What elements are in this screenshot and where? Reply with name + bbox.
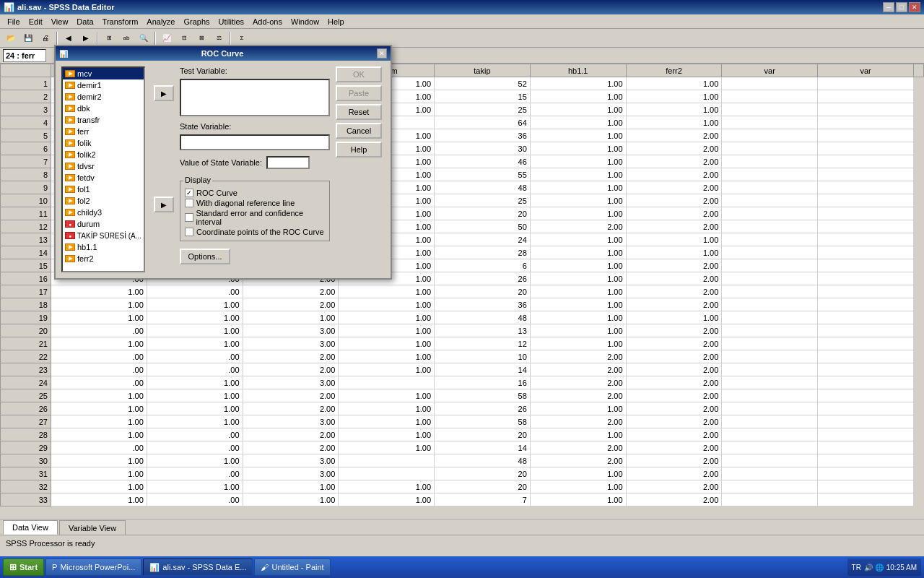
table-cell[interactable]: .00: [51, 350, 147, 363]
start-button[interactable]: ⊞ Start: [3, 558, 44, 576]
col-header-var1[interactable]: var: [722, 64, 818, 77]
table-cell[interactable]: [818, 493, 914, 506]
tb-pivot[interactable]: ⊟: [176, 31, 192, 46]
table-cell[interactable]: 2.00: [626, 337, 722, 350]
arrow-up-btn[interactable]: ▶: [154, 85, 174, 101]
table-cell[interactable]: 1.00: [530, 142, 626, 155]
taskbar-item-spss[interactable]: 📊 ali.sav - SPSS Data E...: [143, 558, 253, 576]
table-cell[interactable]: 2.00: [626, 142, 722, 155]
table-cell[interactable]: 28: [435, 246, 531, 259]
cb-stderr[interactable]: [185, 213, 193, 222]
table-cell[interactable]: [722, 246, 818, 259]
table-cell[interactable]: 1.00: [339, 493, 435, 506]
table-cell[interactable]: 2.00: [530, 350, 626, 363]
table-cell[interactable]: 2.00: [243, 441, 339, 454]
table-cell[interactable]: [818, 272, 914, 285]
tb-spss[interactable]: Σ: [234, 31, 250, 46]
table-cell[interactable]: [722, 116, 818, 129]
table-cell[interactable]: 1.00: [339, 389, 435, 402]
table-cell[interactable]: 1.00: [51, 298, 147, 311]
tb-back[interactable]: ◀: [61, 31, 77, 46]
var-item-ferr[interactable]: ▶ ferr: [63, 126, 144, 137]
table-cell[interactable]: [722, 402, 818, 415]
table-cell[interactable]: 52: [435, 77, 531, 90]
table-cell[interactable]: 2.00: [243, 350, 339, 363]
table-cell[interactable]: 1.00: [147, 454, 243, 467]
cancel-button[interactable]: Cancel: [336, 123, 382, 139]
menu-graphs[interactable]: Graphs: [179, 16, 214, 27]
table-cell[interactable]: 1.00: [339, 285, 435, 298]
tb-weight[interactable]: ⚖: [211, 31, 227, 46]
table-cell[interactable]: 46: [435, 155, 531, 168]
table-cell[interactable]: 1.00: [147, 415, 243, 428]
table-cell[interactable]: 1.00: [530, 103, 626, 116]
table-cell[interactable]: 26: [435, 402, 531, 415]
table-cell[interactable]: [722, 454, 818, 467]
menu-utilities[interactable]: Utilities: [214, 16, 248, 27]
table-cell[interactable]: [339, 467, 435, 480]
table-row[interactable]: 211.001.003.001.00121.002.00: [1, 337, 924, 350]
table-cell[interactable]: 1.00: [243, 311, 339, 324]
table-cell[interactable]: 1.00: [530, 298, 626, 311]
table-cell[interactable]: 2.00: [626, 324, 722, 337]
reset-button[interactable]: Reset: [336, 104, 382, 120]
table-cell[interactable]: [722, 389, 818, 402]
table-cell[interactable]: 3.00: [243, 467, 339, 480]
var-item-fol1[interactable]: ▶ fol1: [63, 184, 144, 195]
table-cell[interactable]: 2.00: [243, 402, 339, 415]
table-cell[interactable]: 1.00: [626, 77, 722, 90]
table-cell[interactable]: 2.00: [626, 350, 722, 363]
table-cell[interactable]: 25: [435, 194, 531, 207]
table-cell[interactable]: 14: [435, 441, 531, 454]
table-row[interactable]: 23.00.002.001.00142.002.00: [1, 363, 924, 376]
table-cell[interactable]: 15: [435, 90, 531, 103]
table-row[interactable]: 181.001.002.001.00361.002.00: [1, 298, 924, 311]
table-cell[interactable]: [818, 454, 914, 467]
table-cell[interactable]: .00: [51, 363, 147, 376]
table-cell[interactable]: .00: [51, 324, 147, 337]
menu-analyze[interactable]: Analyze: [142, 16, 179, 27]
table-cell[interactable]: 1.00: [147, 376, 243, 389]
table-cell[interactable]: 1.00: [626, 103, 722, 116]
table-cell[interactable]: 48: [435, 311, 531, 324]
table-cell[interactable]: 2.00: [626, 454, 722, 467]
table-cell[interactable]: 1.00: [339, 324, 435, 337]
table-cell[interactable]: 1.00: [147, 324, 243, 337]
table-cell[interactable]: [818, 363, 914, 376]
table-cell[interactable]: 2.00: [626, 168, 722, 181]
table-cell[interactable]: [339, 376, 435, 389]
table-cell[interactable]: 24: [435, 233, 531, 246]
table-cell[interactable]: [818, 480, 914, 493]
table-cell[interactable]: 20: [435, 285, 531, 298]
table-cell[interactable]: 1.00: [51, 285, 147, 298]
table-cell[interactable]: 2.00: [243, 298, 339, 311]
tab-variable-view[interactable]: Variable View: [59, 520, 126, 535]
table-cell[interactable]: 2.00: [530, 441, 626, 454]
table-cell[interactable]: [722, 259, 818, 272]
table-cell[interactable]: 2.00: [626, 129, 722, 142]
table-cell[interactable]: 1.00: [626, 116, 722, 129]
var-item-dbk[interactable]: ▶ dbk: [63, 103, 144, 114]
table-row[interactable]: 261.001.002.001.00261.002.00: [1, 402, 924, 415]
table-cell[interactable]: 1.00: [51, 467, 147, 480]
table-cell[interactable]: 1.00: [530, 259, 626, 272]
tb-var[interactable]: ab: [118, 31, 134, 46]
table-cell[interactable]: [818, 77, 914, 90]
table-cell[interactable]: [722, 233, 818, 246]
table-cell[interactable]: 1.00: [339, 480, 435, 493]
table-cell[interactable]: [818, 181, 914, 194]
table-cell[interactable]: 1.00: [339, 428, 435, 441]
table-cell[interactable]: [818, 220, 914, 233]
table-cell[interactable]: 2.00: [530, 363, 626, 376]
maximize-button[interactable]: □: [896, 2, 907, 12]
table-cell[interactable]: [722, 324, 818, 337]
table-cell[interactable]: 2.00: [243, 428, 339, 441]
cb-diagonal-row[interactable]: With diagonal reference line: [185, 199, 325, 207]
col-header-ferr2[interactable]: ferr2: [626, 64, 722, 77]
table-cell[interactable]: 2.00: [243, 285, 339, 298]
table-cell[interactable]: .00: [147, 493, 243, 506]
table-cell[interactable]: [818, 389, 914, 402]
table-cell[interactable]: 2.00: [626, 480, 722, 493]
table-cell[interactable]: 64: [435, 116, 531, 129]
menu-transform[interactable]: Transform: [98, 16, 143, 27]
